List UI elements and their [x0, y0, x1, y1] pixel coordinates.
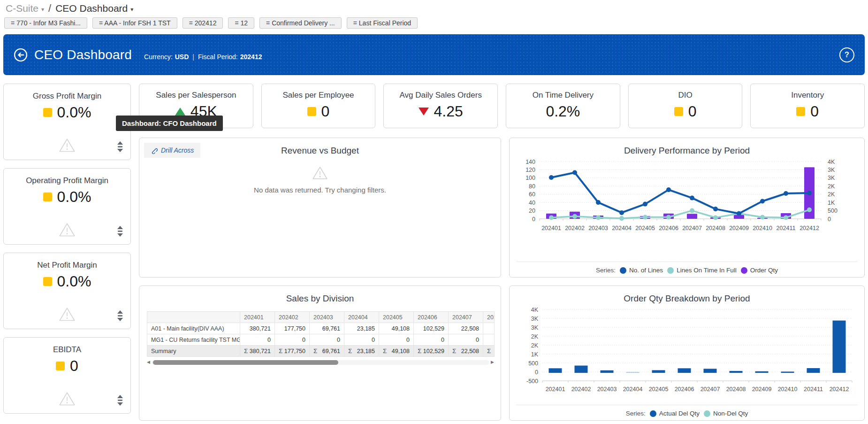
sort-down-icon[interactable] [117, 233, 123, 237]
filter-chip[interactable]: = 770 - Infor M3 Fashi... [4, 17, 87, 29]
sort-spinner[interactable] [117, 310, 123, 321]
help-button[interactable]: ? [839, 47, 854, 62]
table-cell: 0 [310, 334, 344, 346]
table-cell: 380,721 [240, 323, 275, 334]
sort-spinner[interactable] [117, 395, 123, 406]
column-header: 202402 [275, 312, 310, 323]
kpi-card-on-time-delivery[interactable]: On Time Delivery0.2% [506, 84, 620, 128]
sort-down-icon[interactable] [117, 149, 123, 152]
svg-text:1K: 1K [828, 200, 835, 206]
kpi-card-footer [4, 391, 130, 407]
svg-text:202411: 202411 [777, 225, 796, 231]
kpi-card-operating-profit-margin[interactable]: Operating Profit Margin0.0% [3, 168, 131, 245]
svg-text:202401: 202401 [541, 225, 561, 231]
sort-bar-icon [118, 400, 122, 401]
legend-series-label: Series: [596, 267, 616, 274]
table-header-row: 2024012024022024032024042024052024062024… [147, 312, 495, 323]
sort-up-icon[interactable] [117, 141, 123, 145]
fiscal-period-label: Fiscal Period: [198, 53, 238, 61]
sort-spinner[interactable] [117, 226, 123, 237]
svg-text:100: 100 [525, 175, 535, 181]
currency-label: Currency: [144, 53, 173, 61]
sort-down-icon[interactable] [117, 402, 123, 406]
warning-icon [59, 137, 76, 153]
summary-value: 22,508 [461, 348, 479, 355]
kpi-card-gross-profit-margin[interactable]: Gross Profit Margin0.0% [3, 84, 131, 160]
table-row: A01 - Main facility(DIV AAA)380,721177,7… [147, 323, 495, 334]
filter-chip[interactable]: = Last Fiscal Period [347, 17, 418, 29]
revenue-vs-budget-panel: Drill Across Revenue vs Budget No data w… [139, 138, 501, 278]
svg-text:202403: 202403 [588, 225, 608, 231]
order-qty-breakdown-chart[interactable]: 4K3K3K2K2K1K5000-50020240120240220240320… [510, 305, 864, 397]
banner-meta: Currency: USD | Fiscal Period: 202412 [144, 53, 262, 61]
scrollbar-thumb[interactable] [153, 360, 338, 365]
summary-cell: Σ22,508 [449, 346, 483, 357]
scroll-left-icon[interactable]: ◀ [147, 360, 150, 364]
status-square-icon [43, 193, 52, 201]
order-qty-breakdown-title: Order Qty Breakdown by Period [510, 293, 864, 304]
summary-cell: Σ380,721 [240, 346, 275, 357]
kpi-card-sales-per-employee[interactable]: Sales per Employee0 [261, 84, 376, 128]
filter-chip[interactable]: = 202412 [183, 17, 223, 29]
sort-spinner[interactable] [117, 141, 123, 152]
kpi-value-row: 4.25 [419, 103, 463, 120]
tooltip: Dashboard: CFO Dashboard [116, 116, 223, 131]
breadcrumb: C-Suite ▾ / CEO Dashboard ▾ [6, 2, 133, 15]
filter-chip[interactable]: = 12 [228, 17, 254, 29]
kpi-value: 0.0% [57, 273, 91, 290]
kpi-card-avg-daily-sales-orders[interactable]: Avg Daily Sales Orders4.25 [383, 84, 498, 128]
status-square-icon [307, 107, 316, 116]
sigma-icon: Σ [313, 347, 317, 355]
summary-cell: Σ49,108 [379, 346, 414, 357]
filter-chip[interactable]: = Confirmed Delivery ... [259, 17, 342, 29]
kpi-card-ebidta[interactable]: EBIDTA0 [3, 337, 131, 414]
scrollbar-track[interactable] [152, 360, 489, 365]
drill-across-label: Drill Across [161, 146, 194, 154]
svg-text:2K: 2K [531, 333, 539, 340]
summary-value: 23,185 [357, 348, 375, 355]
svg-text:202409: 202409 [729, 225, 749, 231]
order-qty-breakdown-panel: Order Qty Breakdown by Period 4K3K3K2K2K… [509, 285, 865, 421]
kpi-title: EBIDTA [53, 345, 81, 355]
kpi-card-inventory[interactable]: Inventory0 [750, 84, 865, 128]
table-cell: 0 [449, 334, 483, 346]
breadcrumb-page[interactable]: CEO Dashboard ▾ [55, 3, 133, 14]
sigma-icon: Σ [418, 347, 421, 355]
actual-del-qty-dot-icon [650, 410, 656, 417]
breadcrumb-section-label: C-Suite [6, 3, 38, 14]
kpi-title: Sales per Employee [282, 91, 354, 100]
kpi-card-net-profit-margin[interactable]: Net Profit Margin0.0% [3, 253, 131, 329]
svg-text:3K: 3K [531, 316, 539, 322]
sigma-icon: Σ [452, 347, 456, 355]
sort-up-icon[interactable] [117, 395, 123, 398]
svg-text:40: 40 [529, 200, 535, 206]
svg-text:60: 60 [529, 191, 535, 198]
summary-value: 49,108 [392, 348, 410, 355]
kpi-card-footer [4, 306, 130, 322]
banner-title: CEO Dashboard [34, 47, 132, 62]
svg-text:202401: 202401 [546, 386, 565, 393]
sort-up-icon[interactable] [117, 226, 123, 229]
dashboard-banner: CEO Dashboard Currency: USD | Fiscal Per… [3, 34, 865, 75]
table-cell: 0 [379, 334, 414, 346]
filter-chip[interactable]: = AAA - Infor FSH 1 TST [92, 17, 177, 29]
svg-text:202410: 202410 [753, 225, 772, 231]
kpi-card-dio[interactable]: DIO0 [628, 84, 743, 128]
non-del-qty-dot-icon [704, 410, 710, 417]
kpi-value-row: 0.0% [43, 188, 91, 206]
scroll-right-icon[interactable]: ▶ [491, 360, 494, 364]
back-button[interactable] [14, 48, 28, 62]
legend-name: Non-Del Qty [713, 410, 748, 417]
sort-up-icon[interactable] [117, 310, 123, 314]
delivery-performance-chart[interactable]: 1404K1203K1003K802K602K401K2050000202401… [510, 159, 864, 238]
kpi-title: Operating Profit Margin [26, 176, 108, 185]
legend-item-order-qty: Order Qty [741, 267, 778, 274]
breadcrumb-section[interactable]: C-Suite ▾ [6, 3, 44, 14]
column-header: 202403 [310, 312, 344, 323]
order-qty-dot-icon [741, 267, 747, 274]
svg-text:-500: -500 [526, 378, 538, 385]
drill-across-button[interactable]: Drill Across [144, 143, 200, 158]
legend-name: Actual Del Qty [659, 410, 700, 417]
svg-text:202408: 202408 [726, 386, 746, 393]
sort-down-icon[interactable] [117, 318, 123, 321]
